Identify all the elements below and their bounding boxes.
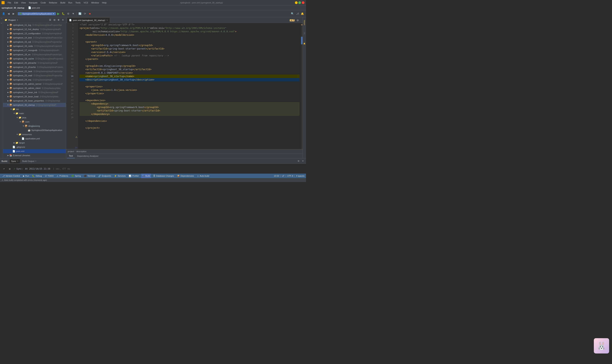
tree-item-springboot19[interactable]: ▶ 📦 springboot_19_cache D:\DingJiaxiong\… [3,57,66,61]
menu-navigate[interactable]: Navigate [27,0,39,5]
close-panel-btn[interactable]: ✕ [61,18,65,22]
notifications-panel-icon[interactable]: 🔔 [303,39,306,48]
menu-edit[interactable]: Edit [13,0,20,5]
expand-all-btn[interactable]: ☰ [48,18,52,22]
maximize-button[interactable] [298,1,301,4]
sync-tab-close[interactable]: ✕ [17,160,18,162]
menu-window[interactable]: Window [90,0,101,5]
tree-item-springboot27[interactable]: ▶ 📦 springboot_27_bean_init D:\DingJiaxi… [3,90,66,94]
tree-item-springboot26[interactable]: ▶ 📦 springboot_26_admin_client D:\DingJi… [3,86,66,90]
build-tab-output[interactable]: Build Output ✕ [21,159,38,163]
breadcrumb-description[interactable]: description [76,150,86,153]
status-services[interactable]: ⚡ Services [113,174,126,178]
tree-item-springboot28[interactable]: ▶ 📦 springboot_28_bean_load D:\DingJiaxi… [3,94,66,99]
editor-content-area[interactable]: 1 2 3 4 5 6 7 8 9 10 11 12 13 14 15 16 1… [66,23,303,149]
menu-vcs[interactable]: VCS [82,0,90,5]
tab-close-btn[interactable]: ✕ [106,19,108,21]
update-btn[interactable]: 🔄 [78,11,82,16]
maven-icon[interactable]: Maven [303,18,306,27]
status-version-control[interactable]: ⎇ Version Control [1,174,21,178]
status-encoding[interactable]: UTF-8 [287,175,293,177]
minimize-button[interactable] [295,1,298,4]
status-terminal[interactable]: ⬛ Terminal [83,174,96,178]
structure-icon[interactable]: S [0,18,2,19]
status-autobuild[interactable]: ⚠ Auto-build [196,174,210,178]
tree-item-springboot22[interactable]: ▶ 📦 springboot_22_task D:\DingJiaxiong\I… [3,69,66,73]
tree-item-java[interactable]: ▼ 📁 java [3,116,66,120]
coverage-btn[interactable]: ⚙ [66,11,71,16]
git-btn[interactable]: ⎇ [295,11,300,16]
profile-btn[interactable]: 👤 [1,11,6,16]
stop-btn[interactable]: ■ [87,11,92,16]
notifications-btn[interactable]: 🔔 [300,11,305,16]
tree-item-pomxml[interactable]: 📄 pom.xml [3,149,66,153]
tree-item-springboot13[interactable]: ▶ 📦 springboot_13_configuration D:\DingJ… [3,31,66,36]
build-close-btn[interactable]: ✕ [301,159,305,163]
close-button[interactable] [302,1,305,4]
search-everywhere-btn[interactable]: 🔍 [290,11,295,16]
build-tab-sync[interactable]: Sync ✕ [10,159,20,163]
build-settings-btn[interactable]: ⚙ [297,159,300,163]
tree-item-springboot15[interactable]: ▶ 📦 springboot_15_sql D:\DingJiaxiong\Id… [3,40,66,44]
output-tab-close[interactable]: ✕ [35,160,37,162]
tree-item-ext-libs[interactable]: ▶ 📚 External Libraries [3,153,66,157]
tree-item-target[interactable]: ▶ 📁 target [3,141,66,145]
bookmarks-icon[interactable]: B [0,23,2,24]
status-dependencies[interactable]: 📦 Dependencies [176,174,195,178]
tree-item-springboot24[interactable]: ▶ 📦 springboot_24_mq D:\DingJiaxiong\Ide… [3,78,66,82]
tree-item-springboot14[interactable]: ▶ 📦 springboot_14_test D:\DingJiaxiong\I… [3,36,66,40]
tree-item-springboot29[interactable]: ▶ 📦 springboot_29_bean_properties D:\Din… [3,99,66,103]
tree-item-main[interactable]: ▼ 📁 main [3,111,66,116]
status-profiler[interactable]: 📊 Profiler [128,174,140,178]
status-problems[interactable]: ⚠ Problems [56,174,69,178]
tree-item-springboot20[interactable]: ▶ 📦 springboot_20_jetcache D:\DingJiaxio… [3,61,66,65]
menu-run[interactable]: Run [67,0,74,5]
tree-item-springboot11[interactable]: ▶ 📦 springboot_11_log D:\DingJiaxiong\Id… [3,23,66,27]
tree-item-springboot21[interactable]: ▶ 📦 springboot_21_j2cache D:\DingJiaxion… [3,65,66,69]
tab-dependency-analyzer[interactable]: Dependency Analyzer [75,154,100,158]
navigate-back-btn[interactable]: ◀ [6,11,11,16]
status-spring[interactable]: 🌿 Spring [71,174,82,178]
status-run[interactable]: ▶ Run [22,174,30,178]
menu-tools[interactable]: Tools [74,0,82,5]
tree-item-springboot30[interactable]: ▼ 📦 springboot_30_startup D:\DingJiaxion… [3,103,66,107]
rerun-btn[interactable]: ↩ [1,166,6,171]
tree-item-springboot25[interactable]: ▶ 📦 springboot_25_admin_server D:\DingJi… [3,82,66,86]
menu-build[interactable]: Build [59,0,67,5]
tree-item-resources[interactable]: ▼ 📁 resources [3,132,66,136]
settings-btn[interactable]: ⚙ [57,18,60,22]
status-spaces[interactable]: 4 spaces [296,175,305,177]
tree-item-gitignore[interactable]: 📄 .gitignore [3,145,66,149]
menu-refactor[interactable]: Refactor [47,0,59,5]
menu-view[interactable]: View [19,0,27,5]
tree-item-com[interactable]: ▼ 📦 com [3,120,66,124]
editor-settings-btn[interactable]: ⚙ [295,18,300,23]
status-linesep[interactable]: LF [282,175,284,177]
tree-item-dingjiaxiong[interactable]: ▼ 📦 dingjiaxiong [3,124,66,128]
scroll-thumb[interactable] [301,37,303,44]
tree-item-springboot12[interactable]: ▶ 📦 springboot_12_hot_deploy D:\DingJiax… [3,27,66,31]
tree-item-appyml[interactable]: 📄 application.yml [3,136,66,141]
tree-item-springboot18[interactable]: ▶ 📦 springboot_18_es D:\DingJiaxiong\Ide… [3,52,66,57]
reload-btn[interactable]: ⟳ [82,11,87,16]
tree-item-startup-class[interactable]: ☕ Springboot30StartupApplication [3,128,66,132]
breadcrumb-project[interactable]: project [68,150,74,153]
run-config[interactable]: 🌿 Springboot08SsmpApplication ▼ [18,12,56,15]
status-endpoints[interactable]: 🔗 Endpoints [97,174,112,178]
tab-text[interactable]: Text [67,154,75,158]
stop-sync-btn[interactable]: ■ [7,166,12,171]
menu-code[interactable]: Code [39,0,47,5]
menu-help[interactable]: Help [101,0,108,5]
status-todo[interactable]: ☑ TODO [44,174,54,178]
vertical-scrollbar[interactable] [301,23,303,149]
editor-tab-pomxml[interactable]: 📄 pom.xml (springboot_30_startup) ✕ [67,17,110,23]
collapse-all-btn[interactable]: ⊟ [53,18,56,22]
tree-item-springboot17[interactable]: ▶ 📦 springboot_17_mongodb D:\DingJiaxion… [3,48,66,52]
tree-item-src[interactable]: ▼ 📁 src [3,107,66,111]
status-db-changes[interactable]: 🗄 Database Changes [152,174,175,178]
status-build-active[interactable]: 🔨 Build [141,174,151,178]
more-run-btn[interactable]: ▼ [71,11,76,16]
menu-file[interactable]: File [6,0,13,5]
debug-btn[interactable]: 🐛 [61,11,66,16]
database-icon[interactable]: DB [303,28,306,38]
